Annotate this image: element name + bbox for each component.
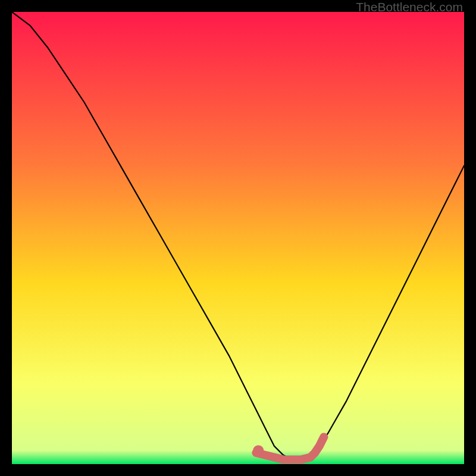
watermark-text: TheBottleneck.com: [356, 0, 463, 14]
gradient-background: [12, 12, 464, 464]
highlight-dot: [253, 445, 264, 456]
chart-frame: [12, 12, 464, 464]
bottleneck-chart: [12, 12, 464, 464]
